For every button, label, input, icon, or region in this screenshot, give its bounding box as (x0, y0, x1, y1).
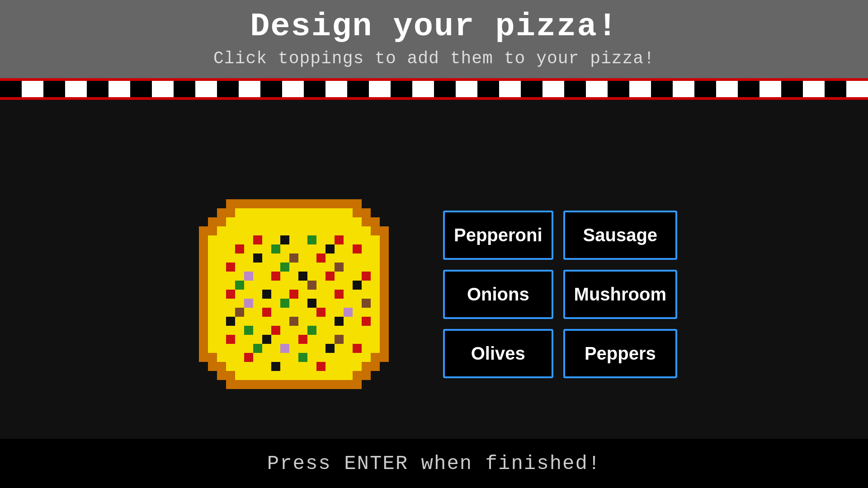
topping-btn-peppers[interactable]: Peppers (563, 329, 677, 378)
checker-border (0, 78, 868, 100)
toppings-grid: PepperoniSausageOnionsMushroomOlivesPepp… (443, 211, 669, 378)
header: Design your pizza! Click toppings to add… (0, 0, 868, 78)
topping-btn-olives[interactable]: Olives (443, 329, 553, 378)
topping-btn-onions[interactable]: Onions (443, 270, 553, 319)
content-area: PepperoniSausageOnionsMushroomOlivesPepp… (0, 100, 868, 488)
page-subtitle: Click toppings to add them to your pizza… (0, 49, 868, 68)
pizza-display (199, 199, 389, 389)
main-content: PepperoniSausageOnionsMushroomOlivesPepp… (0, 100, 868, 488)
footer-text: Press ENTER when finished! (0, 452, 868, 475)
pizza-canvas (199, 199, 389, 389)
topping-btn-mushroom[interactable]: Mushroom (563, 270, 677, 319)
topping-btn-pepperoni[interactable]: Pepperoni (443, 211, 553, 260)
topping-btn-sausage[interactable]: Sausage (563, 211, 677, 260)
page-title: Design your pizza! (0, 8, 868, 45)
footer: Press ENTER when finished! (0, 439, 868, 488)
